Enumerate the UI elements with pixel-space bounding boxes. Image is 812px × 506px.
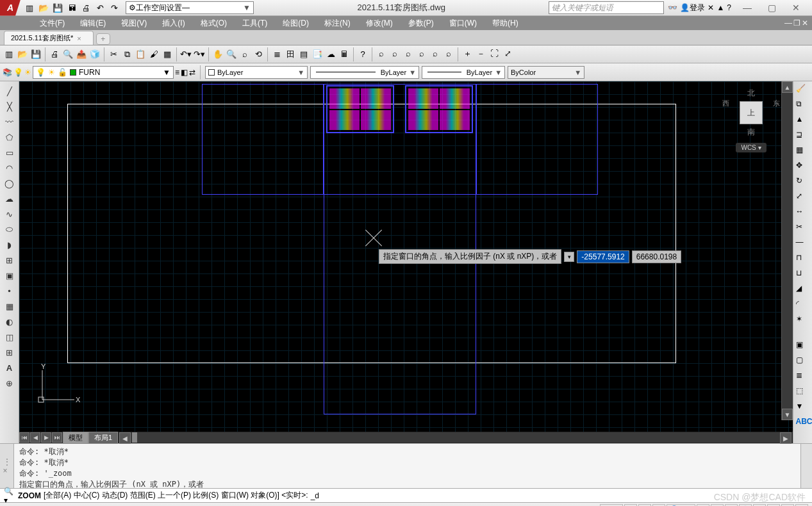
login-button[interactable]: 👤登录 — [680, 3, 705, 13]
status-gear-icon[interactable]: ⚙ — [697, 504, 709, 507]
scroll-down-icon[interactable]: ▼ — [782, 409, 793, 420]
zoom-rt-icon[interactable]: 🔍 — [225, 48, 238, 61]
mtext-icon[interactable]: A — [3, 361, 17, 375]
zoom-in-icon[interactable]: ＋ — [461, 47, 474, 60]
mirror-icon[interactable]: ▲ — [796, 115, 810, 129]
undo-tb-icon[interactable]: ↶▾ — [179, 48, 192, 61]
calc-icon[interactable]: 🖩 — [338, 48, 351, 61]
preview-icon[interactable]: 🔍 — [62, 48, 74, 61]
dc-icon[interactable]: 田 — [284, 48, 297, 61]
help-tb-icon[interactable]: ? — [356, 48, 369, 61]
gradient-icon[interactable]: ◐ — [3, 314, 17, 329]
chamfer-icon[interactable]: ◢ — [796, 284, 810, 298]
cmd-search-icon[interactable]: 🔍▾ — [4, 490, 15, 502]
view-cube[interactable]: 北 西 上 东 南 WCS ▾ — [722, 88, 780, 152]
extend-icon[interactable]: — — [796, 238, 810, 252]
match-icon[interactable]: 🖌 — [147, 48, 160, 61]
status-scale[interactable]: 👤1:1▾ — [667, 504, 695, 507]
group-icon[interactable]: ▣ — [796, 340, 810, 354]
scroll-up-icon[interactable]: ▲ — [782, 81, 793, 93]
top-face[interactable]: 上 — [740, 101, 763, 124]
ungroup-icon[interactable]: ▢ — [796, 355, 810, 370]
new-file-icon[interactable]: ▥ — [3, 48, 15, 61]
zoom6-icon[interactable]: ⌕ — [442, 47, 455, 60]
zoom4-icon[interactable]: ⌕ — [415, 47, 428, 60]
table-icon[interactable]: ⊞ — [3, 345, 17, 359]
scroll-right-icon[interactable]: ▶ — [780, 432, 791, 444]
status-clean-icon[interactable]: ⛶ — [781, 504, 794, 507]
markup-icon[interactable]: ☁ — [324, 48, 337, 61]
workspace-selector[interactable]: ⚙ 工作空间设置— ▼ — [126, 1, 254, 14]
layer-match-icon[interactable]: ⇄ — [189, 68, 195, 77]
zoom3-icon[interactable]: ⌕ — [402, 47, 415, 60]
close-tab-icon[interactable]: × — [77, 35, 81, 42]
addsel-icon[interactable]: ⊕ — [3, 376, 17, 390]
break-icon[interactable]: ⊓ — [796, 253, 810, 267]
doc-close-icon[interactable]: ✕ — [802, 19, 808, 28]
status-grid-icon[interactable]: ⊞ — [624, 504, 637, 507]
cmd-handle[interactable]: ⋮× — [0, 444, 14, 488]
zoom-out-icon[interactable]: － — [474, 47, 487, 60]
circle-icon[interactable]: ◯ — [3, 176, 17, 190]
print-icon[interactable]: 🖨 — [79, 1, 92, 14]
maximize-button[interactable]: ▢ — [762, 1, 781, 14]
zoom1-icon[interactable]: ⌕ — [375, 47, 388, 60]
rect-icon[interactable]: ▭ — [3, 145, 17, 159]
doc-tab-active[interactable]: 2021.5.11套房图纸* × — [4, 31, 94, 45]
search-input[interactable]: 键入关键字或短语 — [549, 1, 664, 14]
arc-icon[interactable]: ◠ — [3, 161, 17, 175]
saveas-icon[interactable]: 🖬 — [65, 1, 78, 14]
zoom-win-icon[interactable]: ⌕ — [238, 48, 251, 61]
menu-modify[interactable]: 修改(M) — [358, 17, 401, 30]
next-layout-icon[interactable]: ▶ — [41, 432, 51, 443]
offset-icon[interactable]: ⊒ — [796, 130, 810, 144]
xline-icon[interactable]: ╳ — [3, 99, 17, 113]
tab-model[interactable]: 模型 — [63, 432, 88, 444]
publish-icon[interactable]: 📤 — [75, 48, 88, 61]
wcs-label[interactable]: WCS ▾ — [736, 143, 766, 152]
dynamic-x-input[interactable]: -25577.5912 — [577, 250, 629, 263]
stretch-icon[interactable]: ↔ — [796, 207, 810, 221]
menu-dim[interactable]: 标注(N) — [317, 17, 358, 30]
star-icon[interactable]: ▲ — [717, 3, 724, 12]
menu-help[interactable]: 帮助(H) — [485, 17, 526, 30]
plot-icon[interactable]: 🖨 — [48, 48, 61, 61]
tab-layout1[interactable]: 布局1 — [88, 432, 118, 444]
block-icon[interactable]: ▦ — [161, 48, 174, 61]
minimize-button[interactable]: — — [738, 1, 757, 14]
tp-icon[interactable]: ▤ — [297, 48, 310, 61]
scale-icon[interactable]: ⤢ — [796, 192, 810, 206]
prev-layout-icon[interactable]: ◀ — [30, 432, 40, 443]
pline-icon[interactable]: 〰 — [3, 115, 17, 129]
zoom2-icon[interactable]: ⌕ — [388, 47, 401, 60]
zoom-prev-icon[interactable]: ⟲ — [252, 48, 265, 61]
copy-obj-icon[interactable]: ⧉ — [796, 99, 810, 113]
copy-icon[interactable]: ⧉ — [120, 48, 133, 61]
move-icon[interactable]: ✥ — [796, 161, 810, 175]
doc-restore-icon[interactable]: ❐ — [793, 19, 800, 28]
save-file-icon[interactable]: 💾 — [29, 48, 42, 61]
layer-iso-icon[interactable]: ◧ — [181, 68, 188, 77]
save-icon[interactable]: 💾 — [51, 1, 64, 14]
ssm-icon[interactable]: 📑 — [311, 48, 324, 61]
menu-view[interactable]: 视图(V) — [113, 17, 154, 30]
polygon-icon[interactable]: ⬠ — [3, 130, 17, 144]
menu-tools[interactable]: 工具(T) — [235, 17, 275, 30]
menu-param[interactable]: 参数(P) — [401, 17, 442, 30]
redo-tb-icon[interactable]: ↷▾ — [193, 48, 206, 61]
trim-icon[interactable]: ✂ — [796, 222, 810, 236]
status-ortho-icon[interactable]: └ — [652, 504, 665, 507]
revcloud-icon[interactable]: ☁ — [3, 192, 17, 206]
zoom5-icon[interactable]: ⌕ — [429, 47, 442, 60]
command-line[interactable]: 🔍▾ ZOOM [全部(A) 中心(C) 动态(D) 范围(E) 上一个(P) … — [0, 488, 812, 502]
plotstyle-selector[interactable]: ByColor ▼ — [508, 66, 584, 79]
layer-state-icon[interactable]: ≡ — [175, 68, 179, 77]
insert-icon[interactable]: ⊞ — [3, 253, 17, 267]
ellipse-arc-icon[interactable]: ◗ — [3, 238, 17, 252]
join-icon[interactable]: ⊔ — [796, 268, 810, 282]
hatch-icon[interactable]: ▦ — [3, 299, 17, 313]
erase-icon[interactable]: 🧹 — [796, 84, 810, 98]
line-icon[interactable]: ╱ — [3, 84, 17, 98]
lineweight-selector[interactable]: ByLayer ▼ — [422, 66, 505, 79]
search-icon[interactable]: 👓 — [668, 3, 677, 12]
